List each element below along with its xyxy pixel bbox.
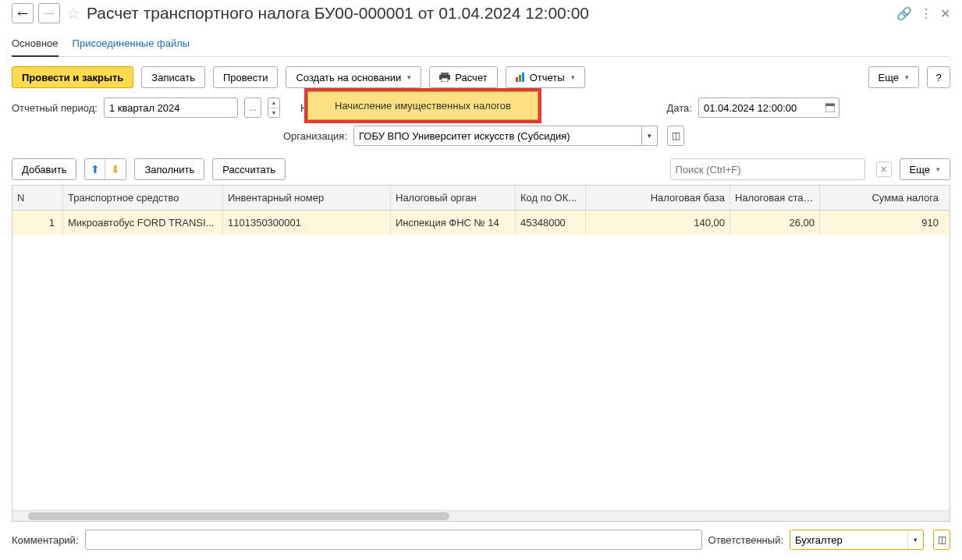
calc-button[interactable]: Расчет [429,66,497,88]
fill-button[interactable]: Заполнить [134,158,204,180]
comment-input[interactable] [85,530,702,550]
org-open-button[interactable]: ◫ [667,126,684,146]
search-clear-button[interactable]: × [876,161,892,177]
svg-rect-5 [522,73,524,82]
reports-button[interactable]: Отчеты [506,66,585,88]
responsible-open-button[interactable]: ◫ [933,530,950,550]
col-tax-auth[interactable]: Налоговый орган [391,186,516,210]
link-icon[interactable]: 🔗 [896,6,912,21]
org-input[interactable] [353,126,642,146]
move-up-button[interactable]: ⬆ [85,159,105,179]
date-label: Дата: [667,102,692,114]
period-input[interactable] [104,97,238,118]
col-oktmo[interactable]: Код по ОК... [516,186,586,210]
svg-rect-4 [519,75,521,82]
post-button[interactable]: Провести [213,66,279,88]
move-down-button[interactable]: ⬇ [105,159,126,179]
svg-rect-7 [825,104,835,106]
col-sum[interactable]: Сумма налога [820,186,950,210]
col-vehicle[interactable]: Транспортное средство [63,186,223,210]
print-icon [439,73,450,82]
col-inv[interactable]: Инвентарный номер [223,186,391,210]
table-row[interactable]: 1 Микроавтобус FORD TRANSI... 1101350300… [12,211,950,235]
col-base[interactable]: Налоговая база [586,186,730,210]
period-spinner[interactable]: ▲▼ [268,97,280,118]
add-row-button[interactable]: Добавить [12,158,76,180]
col-rate[interactable]: Налоговая ставка [730,186,820,210]
close-icon[interactable]: ✕ [940,6,950,21]
date-input[interactable] [698,97,823,118]
post-and-close-button[interactable]: Провести и закрыть [12,66,133,88]
data-grid: N Транспортное средство Инвентарный номе… [12,185,950,522]
favorite-star-icon[interactable]: ☆ [66,4,80,23]
comment-label: Комментарий: [12,534,79,546]
period-label: Отчетный период: [12,102,98,114]
search-input[interactable] [676,164,860,175]
more-button[interactable]: Еще [868,66,919,88]
responsible-input[interactable] [790,530,907,549]
svg-rect-0 [441,73,449,75]
report-icon [516,73,525,82]
nav-back[interactable]: 🡐 [12,3,34,23]
table-more-button[interactable]: Еще [900,158,950,180]
responsible-label: Ответственный: [708,534,783,546]
save-button[interactable]: Записать [141,66,205,88]
tab-main[interactable]: Основное [12,34,59,57]
tab-files[interactable]: Присоединенные файлы [73,34,190,56]
create-based-dropdown: Начисление имущественных налогов [304,88,541,123]
dropdown-item-accrual[interactable]: Начисление имущественных налогов [307,91,538,120]
search-box [670,158,865,180]
recalc-button[interactable]: Рассчитать [212,158,286,180]
col-n[interactable]: N [12,186,63,210]
calendar-button[interactable] [822,97,840,118]
horizontal-scrollbar[interactable] [12,510,950,521]
svg-rect-3 [516,77,518,82]
grid-header: N Транспортное средство Инвентарный номе… [12,186,950,211]
org-select-button[interactable]: ▾ [642,126,658,146]
page-title: Расчет транспортного налога БУ00-000001 … [87,4,589,23]
org-label: Организация: [283,130,347,142]
move-row-buttons: ⬆ ⬇ [84,158,126,180]
help-button[interactable]: ? [927,66,950,88]
calendar-icon [825,103,835,112]
period-picker-button[interactable]: ... [244,97,261,118]
create-based-button[interactable]: Создать на основании [286,66,421,88]
kebab-menu-icon[interactable]: ⋮ [920,6,932,21]
nav-forward[interactable]: 🡒 [38,3,60,23]
responsible-select-button[interactable]: ▾ [907,530,923,549]
svg-rect-2 [442,78,448,82]
